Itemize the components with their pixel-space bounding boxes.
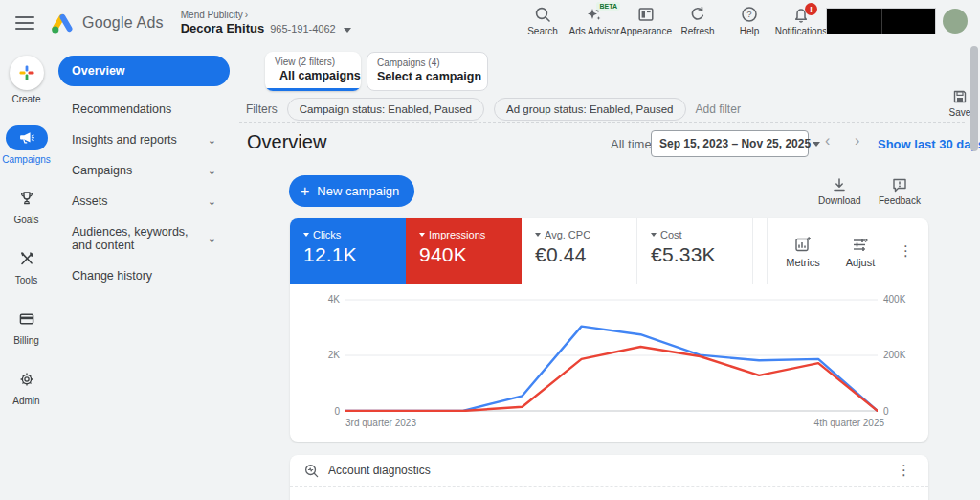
notification-badge: ! (805, 3, 817, 15)
view-selector[interactable]: View (2 filters) All campaigns (265, 52, 361, 91)
refresh-icon (688, 5, 707, 24)
feedback-button[interactable]: Feedback (879, 176, 921, 206)
nav-item-audiences-keywords-content[interactable]: Audiences, keywords, and content⌄ (58, 216, 230, 261)
performance-card: Clicks 12.1K Impressions 940K Avg. CPC €… (290, 218, 928, 442)
avg-cpc-value: €0.44 (535, 243, 623, 266)
filter-chip-campaign-status[interactable]: Campaign status: Enabled, Paused (287, 98, 484, 121)
rail-item-campaigns[interactable]: Campaigns (2, 125, 51, 165)
nav-item-change-history[interactable]: Change history (58, 261, 230, 291)
x-axis-start-label: 3rd quarter 2023 (345, 418, 416, 428)
page-header: Overview All time Sep 15, 2023 – Nov 25,… (239, 128, 965, 159)
more-options-icon[interactable]: ⋮ (891, 458, 917, 483)
cost-value: €5.33K (651, 243, 739, 266)
metrics-button[interactable]: Metrics (778, 235, 828, 268)
show-last-30-days-link[interactable]: Show last 30 days (878, 137, 980, 151)
download-icon (831, 176, 848, 193)
diagnostics-title: Account diagnostics (328, 464, 891, 477)
create-button[interactable] (10, 56, 44, 90)
appearance-icon (636, 5, 656, 24)
ads-advisor-button[interactable]: BETA Ads Advisor (568, 5, 620, 36)
rail-item-admin[interactable]: Admin (6, 367, 48, 406)
y-axis-tick: 200K (883, 350, 912, 360)
beta-badge: BETA (596, 2, 620, 11)
rail-item-tools[interactable]: Tools (6, 246, 48, 285)
chevron-down-icon (419, 233, 425, 237)
notifications-button[interactable]: ! Notifications (775, 5, 827, 36)
topbar-actions: Search BETA Ads Advisor Appearance Refre… (517, 5, 827, 36)
multicolor-plus-icon (18, 64, 35, 81)
gear-icon (18, 371, 35, 388)
campaign-selector[interactable]: Campaigns (4) Select a campaign (367, 52, 488, 91)
x-axis-end-label: 4th quarter 2025 (814, 418, 884, 428)
filters-label: Filters (246, 102, 278, 116)
filter-chip-ad-group-status[interactable]: Ad group status: Enabled, Paused (494, 98, 686, 121)
y-axis-tick: 0 (311, 406, 340, 417)
appearance-button[interactable]: Appearance (620, 5, 672, 36)
breadcrumb[interactable]: Mend Publicity (181, 10, 243, 20)
create-label: Create (11, 94, 40, 104)
y-axis-tick: 4K (311, 294, 340, 305)
download-button[interactable]: Download (818, 176, 860, 206)
account-name: Decora Ehitus (181, 21, 264, 36)
more-options-icon[interactable]: ⋮ (893, 239, 919, 263)
adjust-sliders-icon (851, 235, 870, 254)
product-name: Google Ads (82, 14, 164, 32)
account-id: 965-191-4062 (270, 23, 336, 36)
nav-item-recommendations[interactable]: Recommendations (58, 94, 230, 125)
account-switcher[interactable]: Mend Publicity› Decora Ehitus 965-191-40… (181, 10, 351, 37)
feedback-icon (891, 176, 908, 193)
scorecard-clicks[interactable]: Clicks 12.1K (290, 218, 406, 284)
google-ads-app: Google Ads Mend Publicity› Decora Ehitus… (0, 0, 980, 500)
secondary-nav: Overview Recommendations Insights and re… (53, 46, 239, 500)
billing-card-icon (18, 310, 35, 328)
y-axis-tick: 400K (883, 294, 912, 305)
page-title: Overview (247, 131, 326, 153)
rail-item-billing[interactable]: Billing (6, 307, 48, 346)
metrics-icon (793, 235, 813, 254)
scrollbar[interactable] (970, 46, 978, 151)
chevron-down-icon (344, 28, 351, 33)
scorecard-avg-cpc[interactable]: Avg. CPC €0.44 (522, 218, 637, 284)
avatar[interactable] (943, 9, 968, 34)
divider (239, 122, 965, 123)
breadcrumb-chevron-icon: › (245, 10, 248, 20)
add-filter-button[interactable]: Add filter (696, 102, 741, 116)
chevron-down-icon (813, 142, 820, 147)
chevron-down-icon (651, 233, 657, 237)
nav-item-assets[interactable]: Assets⌄ (58, 186, 230, 216)
toolbar: + New campaign Download Feedback (239, 170, 965, 209)
chevron-down-icon: ⌄ (208, 134, 216, 147)
megaphone-icon (19, 131, 34, 145)
y-axis-tick: 2K (311, 350, 340, 360)
redacted-account-info (826, 8, 936, 34)
next-range-button[interactable]: › (855, 132, 859, 149)
refresh-button[interactable]: Refresh (672, 5, 724, 36)
tools-icon (18, 250, 35, 267)
left-rail: Create Campaigns Goals Tools Billing (0, 46, 53, 500)
previous-range-button[interactable]: ‹ (825, 132, 830, 149)
date-range-picker[interactable]: Sep 15, 2023 – Nov 25, 2025 (651, 130, 809, 157)
scorecard-cost[interactable]: Cost €5.33K (637, 218, 753, 284)
help-button[interactable]: ? Help (724, 5, 775, 36)
chevron-down-icon: ⌄ (208, 233, 216, 245)
trophy-icon (18, 190, 35, 207)
chevron-down-icon: ⌄ (208, 165, 216, 177)
nav-item-campaigns[interactable]: Campaigns⌄ (58, 155, 230, 186)
search-button[interactable]: Search (517, 5, 568, 36)
chevron-down-icon: ⌄ (208, 195, 216, 208)
nav-item-insights-and-reports[interactable]: Insights and reports⌄ (58, 125, 230, 155)
rail-item-goals[interactable]: Goals (6, 186, 48, 225)
scorecard-impressions[interactable]: Impressions 940K (406, 218, 522, 284)
new-campaign-button[interactable]: + New campaign (289, 175, 414, 207)
line-chart-canvas[interactable] (345, 299, 878, 412)
performance-chart: 4K 2K 0 400K 200K 0 3rd quarter 2023 4th… (290, 284, 928, 441)
nav-item-overview[interactable]: Overview (58, 56, 230, 86)
impressions-value: 940K (419, 243, 508, 266)
menu-icon[interactable] (15, 12, 34, 34)
date-range-mode: All time (611, 137, 652, 151)
adjust-button[interactable]: Adjust (835, 235, 885, 268)
filters-bar: Filters Campaign status: Enabled, Paused… (246, 98, 741, 121)
main-content: View (2 filters) All campaigns Campaigns… (239, 46, 980, 500)
search-icon (533, 5, 552, 24)
top-bar: Google Ads Mend Publicity› Decora Ehitus… (0, 0, 980, 46)
